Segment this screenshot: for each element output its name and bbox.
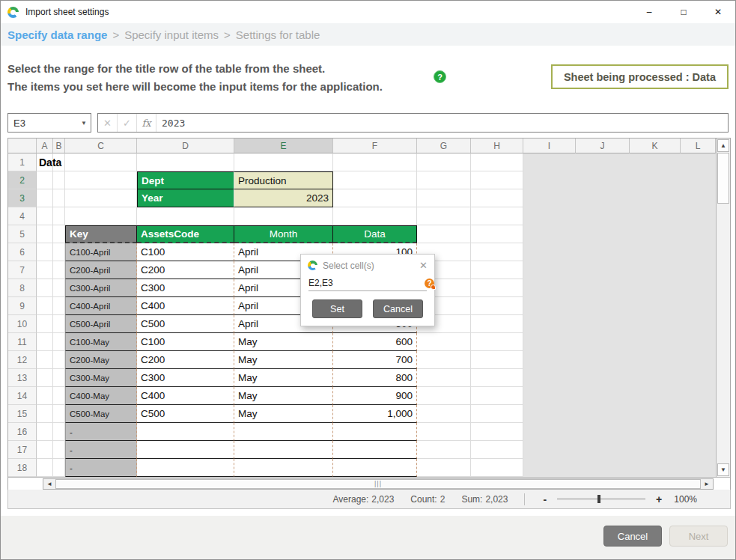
- grid-cell-L12[interactable]: [681, 351, 716, 369]
- grid-cell-J2[interactable]: [576, 171, 630, 189]
- grid-cell-C14[interactable]: C400-May: [65, 387, 137, 405]
- grid-cell-A15[interactable]: [37, 405, 53, 423]
- grid-cell-C4[interactable]: [65, 207, 137, 225]
- grid-cell-F12[interactable]: 700: [333, 351, 417, 369]
- grid-cell-G11[interactable]: [417, 333, 471, 351]
- grid-cell-A10[interactable]: [37, 315, 53, 333]
- grid-cell-A3[interactable]: [37, 189, 53, 207]
- zoom-slider-handle[interactable]: [597, 495, 600, 503]
- grid-cell-L18[interactable]: [681, 459, 716, 477]
- grid-cell-B17[interactable]: [53, 441, 65, 459]
- grid-cell-F14[interactable]: 900: [333, 387, 417, 405]
- column-header-B[interactable]: B: [53, 139, 65, 153]
- grid-cell-E5[interactable]: Month: [234, 225, 333, 243]
- grid-cell-C18[interactable]: -: [65, 459, 137, 477]
- grid-cell-K8[interactable]: [630, 279, 681, 297]
- dialog-help-icon[interactable]: ?: [425, 279, 434, 288]
- grid-cell-L9[interactable]: [681, 297, 716, 315]
- grid-cell-J13[interactable]: [576, 369, 630, 387]
- minimize-button[interactable]: –: [632, 1, 666, 23]
- grid-cell-I12[interactable]: [523, 351, 576, 369]
- horizontal-scrollbar[interactable]: ◄ ||| ►: [8, 477, 730, 490]
- grid-cell-J10[interactable]: [576, 315, 630, 333]
- grid-cell-A18[interactable]: [37, 459, 53, 477]
- confirm-entry-icon[interactable]: ✓: [118, 114, 137, 132]
- grid-cell-H4[interactable]: [471, 207, 523, 225]
- grid-cell-L4[interactable]: [681, 207, 716, 225]
- row-header-7[interactable]: 7: [8, 261, 37, 279]
- grid-cell-D11[interactable]: C100: [137, 333, 234, 351]
- grid-cell-H15[interactable]: [471, 405, 523, 423]
- scroll-down-icon[interactable]: ▼: [717, 463, 729, 476]
- grid-cell-L10[interactable]: [681, 315, 716, 333]
- grid-cell-K18[interactable]: [630, 459, 681, 477]
- row-header-15[interactable]: 15: [8, 405, 37, 423]
- name-box-dropdown-icon[interactable]: ▼: [77, 120, 91, 127]
- grid-cell-B7[interactable]: [53, 261, 65, 279]
- grid-cell-G16[interactable]: [417, 423, 471, 441]
- grid-cell-L16[interactable]: [681, 423, 716, 441]
- grid-cell-B2[interactable]: [53, 171, 65, 189]
- grid-cell-L2[interactable]: [681, 171, 716, 189]
- grid-cell-H17[interactable]: [471, 441, 523, 459]
- grid-cell-E4[interactable]: [234, 207, 333, 225]
- column-header-J[interactable]: J: [576, 139, 630, 153]
- grid-cell-F3[interactable]: [333, 189, 417, 207]
- grid-cell-L3[interactable]: [681, 189, 716, 207]
- column-header-C[interactable]: C: [65, 139, 137, 153]
- grid-cell-H1[interactable]: [471, 153, 523, 171]
- zoom-out-button[interactable]: -: [538, 493, 551, 505]
- formula-input[interactable]: [156, 114, 728, 132]
- grid-cell-E3[interactable]: 2023: [234, 189, 333, 207]
- grid-cell-A4[interactable]: [37, 207, 53, 225]
- grid-cell-H3[interactable]: [471, 189, 523, 207]
- grid-cell-C13[interactable]: C300-May: [65, 369, 137, 387]
- grid-cell-C2[interactable]: [65, 171, 137, 189]
- row-header-11[interactable]: 11: [8, 333, 37, 351]
- grid-cell-F18[interactable]: [333, 459, 417, 477]
- grid-cell-A8[interactable]: [37, 279, 53, 297]
- grid-cell-E17[interactable]: [234, 441, 333, 459]
- grid-cell-I6[interactable]: [523, 243, 576, 261]
- grid-cell-A13[interactable]: [37, 369, 53, 387]
- grid-cell-K6[interactable]: [630, 243, 681, 261]
- grid-cell-A14[interactable]: [37, 387, 53, 405]
- row-header-5[interactable]: 5: [8, 225, 37, 243]
- grid-cell-A12[interactable]: [37, 351, 53, 369]
- grid-cell-K11[interactable]: [630, 333, 681, 351]
- grid-cell-K3[interactable]: [630, 189, 681, 207]
- grid-cell-B16[interactable]: [53, 423, 65, 441]
- grid-cell-I14[interactable]: [523, 387, 576, 405]
- grid-cell-J11[interactable]: [576, 333, 630, 351]
- grid-cell-I2[interactable]: [523, 171, 576, 189]
- grid-cell-F1[interactable]: [333, 153, 417, 171]
- row-header-9[interactable]: 9: [8, 297, 37, 315]
- help-icon[interactable]: ?: [434, 70, 446, 83]
- grid-cell-H18[interactable]: [471, 459, 523, 477]
- grid-cell-H7[interactable]: [471, 261, 523, 279]
- grid-cell-B12[interactable]: [53, 351, 65, 369]
- vertical-scrollbar[interactable]: ▲ ▼: [716, 139, 730, 477]
- maximize-button[interactable]: □: [666, 1, 701, 23]
- grid-cell-E1[interactable]: [234, 153, 333, 171]
- grid-cell-J9[interactable]: [576, 297, 630, 315]
- grid-cell-I5[interactable]: [523, 225, 576, 243]
- grid-cell-J4[interactable]: [576, 207, 630, 225]
- grid-cell-K15[interactable]: [630, 405, 681, 423]
- grid-cell-I16[interactable]: [523, 423, 576, 441]
- grid-cell-B6[interactable]: [53, 243, 65, 261]
- cell-name-box[interactable]: E3 ▼: [7, 113, 91, 133]
- grid-cell-J15[interactable]: [576, 405, 630, 423]
- grid-cell-H13[interactable]: [471, 369, 523, 387]
- dialog-cancel-button[interactable]: Cancel: [373, 299, 423, 318]
- grid-cell-K14[interactable]: [630, 387, 681, 405]
- grid-cell-K13[interactable]: [630, 369, 681, 387]
- grid-cell-J16[interactable]: [576, 423, 630, 441]
- grid-cell-G15[interactable]: [417, 405, 471, 423]
- grid-cell-I13[interactable]: [523, 369, 576, 387]
- grid-cell-G12[interactable]: [417, 351, 471, 369]
- grid-cell-K7[interactable]: [630, 261, 681, 279]
- grid-cell-C6[interactable]: C100-April: [65, 243, 137, 261]
- grid-cell-C5[interactable]: Key: [65, 225, 137, 243]
- grid-cell-B15[interactable]: [53, 405, 65, 423]
